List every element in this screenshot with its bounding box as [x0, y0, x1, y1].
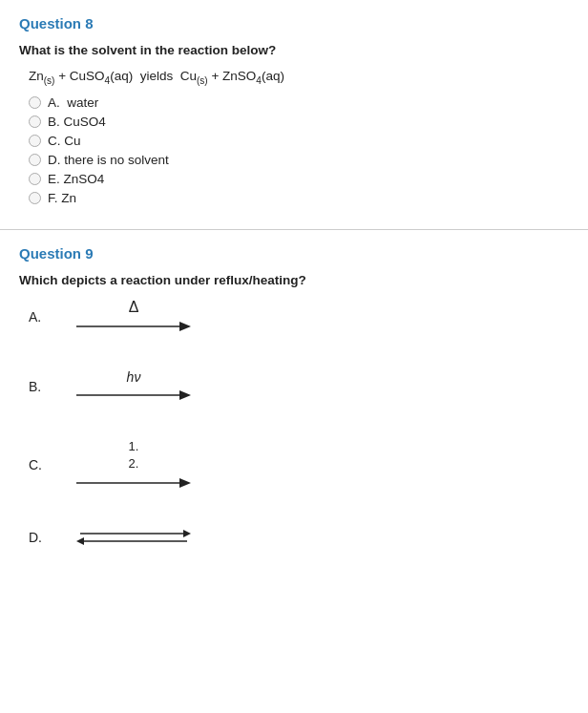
- q9-option-c-letter: C.: [29, 457, 57, 472]
- q9-b-hv-label: hν: [127, 369, 141, 385]
- svg-marker-5: [179, 478, 191, 488]
- q9-c-arrow-svg: [76, 474, 191, 492]
- q9-option-a-letter: A.: [29, 309, 57, 325]
- q9-option-b-arrow: hν: [76, 369, 191, 404]
- radio-f[interactable]: [29, 192, 41, 204]
- radio-d[interactable]: [29, 154, 41, 166]
- q9-option-d[interactable]: D.: [29, 526, 569, 549]
- question-9-title: Question 9: [19, 245, 569, 262]
- q9-option-c[interactable]: C. 1. 2.: [29, 438, 569, 492]
- svg-marker-7: [183, 530, 191, 537]
- q9-c-numbered-label: 1. 2.: [129, 438, 139, 472]
- radio-e[interactable]: [29, 173, 41, 185]
- svg-marker-9: [76, 537, 84, 545]
- option-b[interactable]: B. CuSO4: [29, 115, 569, 129]
- q8-options-list: A. water B. CuSO4 C. Cu D. there is no s…: [29, 95, 569, 205]
- eq-zn: Zn(s): [29, 69, 54, 83]
- option-d[interactable]: D. there is no solvent: [29, 153, 569, 167]
- option-a[interactable]: A. water: [29, 95, 569, 110]
- reaction-equation: Zn(s) + CuSO4(aq) yields Cu(s) + ZnSO4(a…: [29, 69, 569, 86]
- option-a-label: A. water: [48, 95, 98, 110]
- eq-plus-znso4: + ZnSO4(aq): [211, 69, 284, 83]
- radio-c[interactable]: [29, 135, 41, 147]
- option-b-label: B. CuSO4: [48, 115, 106, 129]
- q9-b-arrow-svg: [76, 387, 191, 404]
- q9-option-a-arrow: Δ: [76, 299, 191, 335]
- q9-a-arrow-line: Δ: [76, 299, 191, 335]
- q9-b-arrow-line: hν: [76, 369, 191, 404]
- option-f[interactable]: F. Zn: [29, 191, 569, 205]
- q9-option-a[interactable]: A. Δ: [29, 299, 569, 335]
- question-8-block: Question 8 What is the solvent in the re…: [0, 0, 588, 230]
- svg-marker-1: [179, 322, 191, 331]
- q9-options: A. Δ B. hν: [29, 299, 569, 549]
- q9-a-delta-label: Δ: [129, 299, 139, 316]
- eq-plus-cuso4: + CuSO4(aq): [58, 69, 133, 83]
- q9-option-c-arrow: 1. 2.: [76, 438, 191, 492]
- option-e-label: E. ZnSO4: [48, 172, 104, 186]
- eq-yields: yields: [136, 69, 180, 83]
- option-c-label: C. Cu: [48, 134, 81, 148]
- q9-a-arrow-svg: [76, 318, 191, 335]
- radio-b[interactable]: [29, 115, 41, 128]
- q9-option-b-letter: B.: [29, 379, 57, 394]
- q9-option-d-letter: D.: [29, 530, 57, 545]
- question-9-text: Which depicts a reaction under reflux/he…: [19, 273, 569, 287]
- radio-a[interactable]: [29, 96, 41, 109]
- option-e[interactable]: E. ZnSO4: [29, 172, 569, 186]
- question-8-text: What is the solvent in the reaction belo…: [19, 43, 569, 57]
- svg-marker-3: [179, 390, 191, 400]
- question-9-block: Question 9 Which depicts a reaction unde…: [0, 230, 588, 602]
- q9-c-arrow-line: 1. 2.: [76, 438, 191, 492]
- question-8-title: Question 8: [19, 15, 569, 31]
- option-f-label: F. Zn: [48, 191, 76, 205]
- option-d-label: D. there is no solvent: [48, 153, 169, 167]
- q9-d-arrow-svg: [76, 526, 191, 549]
- option-c[interactable]: C. Cu: [29, 134, 569, 148]
- q9-option-b[interactable]: B. hν: [29, 369, 569, 404]
- q9-option-d-arrow: [76, 526, 191, 549]
- eq-cu: Cu(s): [180, 69, 208, 83]
